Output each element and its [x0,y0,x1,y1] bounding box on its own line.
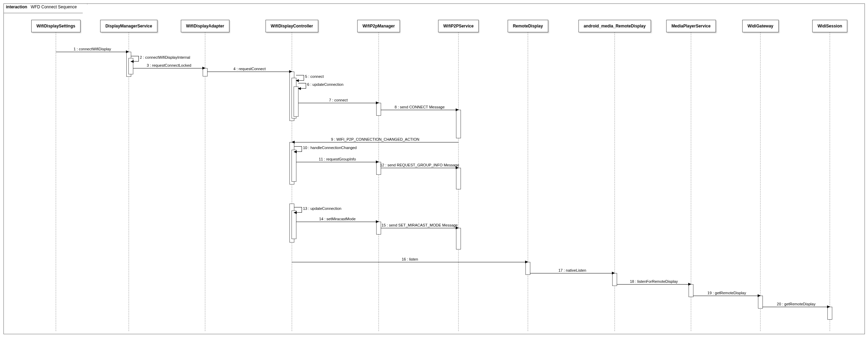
message-arrow [207,72,292,72]
frame-title: WFD Connect Sequence [31,5,77,9]
lifeline-head: android_media_RemoteDisplay [579,20,651,32]
message-arrow [693,296,760,296]
activation-bar [456,110,461,138]
lifeline-head: WifiDisplayAdapter [181,20,229,32]
message-label: 11 : requestGroupInfo [319,157,356,162]
message-label: 2 : connectWifiDisplayInternal [140,55,190,59]
message-label: 7 : connect [329,98,348,102]
activation-bar [758,296,763,309]
lifeline-line [760,32,761,331]
message-arrow [617,284,691,285]
lifeline-head: WifiP2PService [438,20,479,32]
message-arrow [381,168,458,168]
lifeline-line [56,32,56,331]
message-label: 18 : listenForRemoteDisplay [630,279,678,284]
activation-bar [456,168,461,189]
message-label: 4 : requestConnect [234,67,266,71]
activation-bar [376,222,381,235]
lifeline-line [830,32,830,331]
activation-bar [612,273,617,286]
activation-bar [689,284,693,297]
message-label: 3 : requestConnectLocked [147,63,191,68]
message-arrow [762,307,830,307]
frame-title-tab: interaction WFD Connect Sequence [4,4,87,13]
lifeline-head: DisplayManagerService [100,20,158,32]
lifeline-head: WidiSession [812,20,847,32]
message-arrow [381,228,458,228]
lifeline-head: WifiP2pManager [357,20,400,32]
activation-bar [294,87,298,117]
lifeline-line [379,32,379,331]
activation-bar [292,150,296,182]
activation-bar [292,211,296,239]
interaction-frame: interaction WFD Connect Sequence WifiDis… [3,3,865,334]
lifeline-line [205,32,205,331]
lifeline-head: WifiDisplaySettings [31,20,81,32]
lifeline-head: WidiGateway [742,20,779,32]
message-label: 12 : send REQUEST_GROUP_INFO Message [380,163,459,167]
self-message [298,83,306,89]
message-arrow [298,103,379,103]
message-label: 15 : send SET_MIRACAST_MODE Message [381,223,457,228]
frame-keyword: interaction [6,5,27,9]
message-label: 14 : setMiracastMode [319,217,355,221]
message-arrow [530,273,615,273]
message-arrow [296,222,379,222]
message-arrow [133,68,205,68]
message-arrow [381,110,458,110]
activation-bar [376,103,381,116]
message-arrow [296,162,379,162]
message-label: 5 : connect [305,74,324,79]
lifeline-head: MediaPlayerService [666,20,716,32]
lifeline-line [129,32,129,331]
message-arrow [56,52,129,52]
self-message [294,207,302,213]
message-label: 19 : getRemoteDisplay [707,291,746,295]
message-label: 1 : connectWifiDisplay [74,47,111,51]
message-label: 17 : nativeListen [558,268,586,273]
activation-bar [827,307,832,320]
lifeline-line [528,32,528,331]
lifeline-head: RemoteDisplay [508,20,548,32]
lifeline-line [615,32,615,331]
lifeline-head: WifiDisplayController [266,20,318,32]
message-arrow [292,262,528,262]
message-label: 20 : getRemoteDisplay [777,302,815,306]
self-message [131,56,139,61]
self-message [294,146,302,152]
message-label: 10 : handleConnectionChanged [303,146,357,150]
self-message [296,75,304,81]
message-label: 16 : listen [402,257,418,262]
message-arrow [292,142,458,142]
activation-bar [525,262,530,275]
activation-bar [456,228,461,249]
message-label: 9 : WIFI_P2P_CONNECTION_CHANGED_ACTION [331,137,419,142]
diagram-root: interaction WFD Connect Sequence WifiDis… [0,0,868,337]
message-label: 8 : send CONNECT Message [395,105,445,109]
message-label: 6 : updateConnection [307,82,344,87]
message-label: 13 : updateConnection [303,206,342,211]
